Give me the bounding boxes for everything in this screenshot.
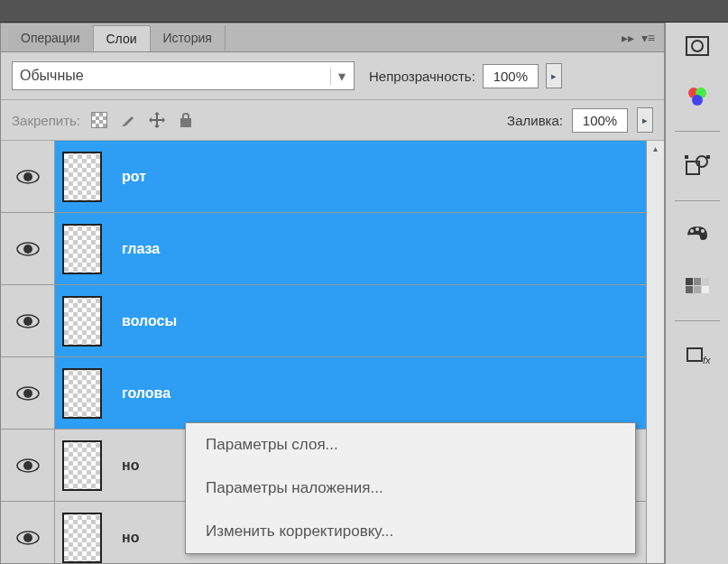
layer-row[interactable]: рот xyxy=(1,141,646,213)
styles-tool-button[interactable]: fx xyxy=(678,339,716,372)
chevron-down-icon: ▾ xyxy=(330,68,346,85)
swatches-tool-button[interactable] xyxy=(678,270,716,302)
lock-transparent-button[interactable] xyxy=(89,110,109,130)
scroll-up-icon[interactable]: ▴ xyxy=(647,141,664,155)
lock-all-button[interactable] xyxy=(176,110,196,130)
layer-thumbnail[interactable] xyxy=(62,152,102,202)
blend-mode-value: Обычные xyxy=(20,68,330,84)
histogram-tool-button[interactable] xyxy=(678,30,716,62)
panel-menu-icon[interactable]: ▾≡ xyxy=(641,31,655,45)
svg-rect-27 xyxy=(686,286,693,293)
lock-fill-row: Закрепить: Заливка: 100% ▸ xyxy=(1,100,664,141)
svg-text:fx: fx xyxy=(703,355,711,365)
svg-rect-20 xyxy=(706,155,710,159)
collapse-icon[interactable]: ▸▸ xyxy=(622,31,634,45)
svg-point-22 xyxy=(696,227,699,231)
visibility-eye-icon[interactable] xyxy=(15,169,41,185)
lock-move-button[interactable] xyxy=(147,110,167,130)
svg-rect-30 xyxy=(687,348,702,361)
panel-tabs: Операции Слои История ▸▸ ▾≡ xyxy=(1,23,664,52)
lock-brush-button[interactable] xyxy=(118,110,138,130)
svg-point-7 xyxy=(23,389,32,398)
title-bar xyxy=(0,0,728,23)
layer-name[interactable]: глаза xyxy=(109,241,646,257)
tab-history[interactable]: История xyxy=(151,25,226,51)
svg-rect-24 xyxy=(686,278,693,285)
svg-rect-26 xyxy=(702,278,709,285)
svg-point-23 xyxy=(701,229,705,233)
right-toolbar: fx xyxy=(665,23,728,564)
svg-point-3 xyxy=(23,245,32,254)
layer-thumbnail[interactable] xyxy=(62,440,102,491)
shapes-tool-button[interactable] xyxy=(678,150,716,182)
visibility-eye-icon[interactable] xyxy=(15,530,41,546)
svg-point-13 xyxy=(692,41,703,51)
menu-item-edit-adjustment[interactable]: Изменить корректировку... xyxy=(186,510,635,553)
opacity-slider-button[interactable]: ▸ xyxy=(546,63,562,88)
layer-context-menu: Параметры слоя... Параметры наложения...… xyxy=(185,422,636,554)
svg-rect-29 xyxy=(702,286,709,293)
blend-mode-select[interactable]: Обычные ▾ xyxy=(12,61,355,90)
layer-thumbnail[interactable] xyxy=(62,368,102,419)
svg-point-1 xyxy=(23,172,32,181)
opacity-value[interactable]: 100% xyxy=(483,64,539,88)
fill-value[interactable]: 100% xyxy=(572,108,628,133)
blend-opacity-row: Обычные ▾ Непрозрачность: 100% ▸ xyxy=(1,52,664,100)
visibility-eye-icon[interactable] xyxy=(15,241,41,257)
fill-label: Заливка: xyxy=(507,113,563,128)
svg-rect-28 xyxy=(694,286,701,293)
layer-name[interactable]: рот xyxy=(109,169,646,185)
visibility-eye-icon[interactable] xyxy=(15,458,41,474)
lock-label: Закрепить: xyxy=(12,113,80,128)
visibility-eye-icon[interactable] xyxy=(15,313,41,329)
svg-rect-19 xyxy=(685,155,688,159)
layer-name[interactable]: голова xyxy=(109,385,646,402)
opacity-label: Непрозрачность: xyxy=(369,69,475,84)
layer-row[interactable]: волосы xyxy=(1,285,646,357)
layer-thumbnail[interactable] xyxy=(62,513,102,563)
svg-point-16 xyxy=(692,95,703,106)
palette-tool-button[interactable] xyxy=(678,219,716,252)
svg-point-11 xyxy=(23,533,32,542)
fill-slider-button[interactable]: ▸ xyxy=(637,107,653,133)
svg-point-21 xyxy=(690,229,694,233)
tab-layers[interactable]: Слои xyxy=(94,25,151,51)
svg-point-5 xyxy=(23,317,32,326)
menu-item-layer-properties[interactable]: Параметры слоя... xyxy=(186,423,635,467)
svg-rect-25 xyxy=(694,278,701,285)
color-tool-button[interactable] xyxy=(678,80,716,113)
layer-name[interactable]: волосы xyxy=(109,313,646,329)
menu-item-blending-options[interactable]: Параметры наложения... xyxy=(186,467,635,510)
layer-thumbnail[interactable] xyxy=(62,224,102,274)
svg-point-9 xyxy=(23,461,32,470)
scrollbar[interactable]: ▴ xyxy=(646,141,664,563)
tab-operations[interactable]: Операции xyxy=(8,25,94,51)
layer-thumbnail[interactable] xyxy=(62,296,102,347)
visibility-eye-icon[interactable] xyxy=(15,385,41,402)
layer-row[interactable]: голова xyxy=(1,357,646,430)
layer-row[interactable]: глаза xyxy=(1,213,646,285)
